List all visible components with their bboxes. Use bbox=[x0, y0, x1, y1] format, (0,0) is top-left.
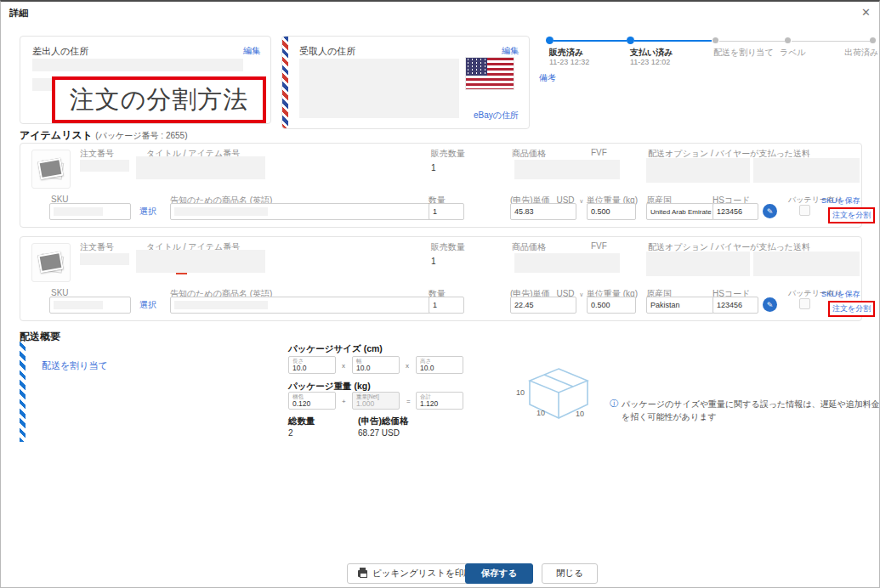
sku-input[interactable] bbox=[49, 203, 131, 220]
multiply-separator: x bbox=[406, 362, 409, 370]
package-size-label: パッケージサイズ (cm) bbox=[288, 343, 383, 355]
shipping-option-placeholder bbox=[646, 252, 750, 276]
stepper-line-done bbox=[554, 40, 627, 42]
pencil-icon: ✎ bbox=[767, 207, 774, 216]
packing-weight-input[interactable]: 梱包 0.120 bbox=[288, 392, 336, 410]
shipping-summary-title: 配送概要 bbox=[20, 330, 60, 344]
net-weight-input: 重量[Net] 1.000 bbox=[352, 392, 400, 410]
order-number-placeholder bbox=[80, 253, 129, 265]
step-label-paid: 支払い済み bbox=[630, 47, 673, 59]
sku-input[interactable] bbox=[49, 297, 131, 314]
pencil-icon: ✎ bbox=[767, 301, 774, 309]
total-price-value: 68.27 USD bbox=[358, 428, 400, 438]
package-weight-label: パッケージ重量 (kg) bbox=[288, 381, 371, 393]
shipping-option-placeholder bbox=[753, 158, 860, 183]
unit-price-input[interactable]: 45.83 bbox=[510, 203, 576, 220]
hs-code-input[interactable]: 123456 bbox=[713, 297, 758, 314]
split-order-overlay-text: 注文の分割方法 bbox=[70, 83, 249, 117]
assign-shipping-link[interactable]: 配送を割り当て bbox=[42, 359, 108, 372]
price-fvf-placeholder bbox=[514, 160, 620, 179]
step-label-assign-shipping: 配送を割り当て bbox=[713, 47, 774, 59]
customs-name-input[interactable] bbox=[170, 297, 452, 314]
save-button[interactable]: 保存する bbox=[465, 563, 533, 584]
split-order-overlay: 注文の分割方法 bbox=[52, 76, 266, 123]
edit-pencil-button[interactable]: ✎ bbox=[763, 297, 777, 312]
select-link[interactable]: 選択 bbox=[139, 206, 156, 218]
sold-quantity-label: 販売数量 bbox=[431, 241, 465, 253]
step-dot-shipped bbox=[870, 37, 876, 43]
item-price-label: 商品価格 bbox=[512, 148, 546, 160]
order-number-label: 注文番号 bbox=[80, 241, 114, 253]
package-height-input[interactable]: 高さ 10.0 bbox=[416, 356, 463, 374]
airmail-stripe-decoration bbox=[282, 37, 288, 128]
chevron-down-icon[interactable]: ∨ bbox=[579, 198, 583, 204]
origin-country-input[interactable]: United Arab Emirate bbox=[646, 203, 714, 220]
sold-quantity-value: 1 bbox=[431, 163, 436, 172]
item-list-title: アイテムリスト (パッケージ番号 : 2655) bbox=[20, 128, 188, 143]
step-label-label: ラベル bbox=[780, 47, 806, 59]
quantity-input[interactable]: 1 bbox=[429, 203, 464, 220]
unit-weight-input[interactable]: 0.500 bbox=[587, 297, 636, 314]
package-width-input[interactable]: 幅 10.0 bbox=[352, 356, 400, 374]
stepper-line-todo bbox=[792, 41, 870, 42]
close-icon[interactable]: ✕ bbox=[861, 6, 871, 19]
price-fvf-placeholder bbox=[514, 253, 620, 273]
sender-edit-link[interactable]: 編集 bbox=[243, 45, 260, 57]
size-weight-warning-note: ⓘ パッケージのサイズや重量に関する誤った情報は、遅延や追加料金を招く可能性があ… bbox=[610, 398, 880, 423]
item-card: 注文番号 タイトル / アイテム番号 販売数量 1 商品価格 FVF 配送オプシ… bbox=[20, 236, 862, 321]
total-quantity-label: 総数量 bbox=[288, 416, 315, 427]
unit-weight-input[interactable]: 0.500 bbox=[587, 203, 636, 220]
package-number: (パッケージ番号 : 2655) bbox=[95, 131, 187, 140]
shipping-option-placeholder bbox=[646, 158, 750, 183]
info-icon: ⓘ bbox=[610, 398, 618, 423]
recipient-address-card: 受取人の住所 編集 eBayの住所 bbox=[281, 36, 530, 129]
step-dot-sold bbox=[546, 37, 554, 44]
plus-separator: + bbox=[342, 398, 346, 405]
step-dot-label bbox=[785, 37, 791, 43]
sold-quantity-label: 販売数量 bbox=[431, 148, 465, 160]
unit-price-input[interactable]: 22.45 bbox=[510, 297, 576, 314]
fvf-label: FVF bbox=[591, 241, 607, 251]
us-flag-icon bbox=[465, 57, 514, 90]
remarks-link[interactable]: 備考 bbox=[539, 72, 556, 84]
stepper-line-done bbox=[634, 40, 712, 42]
package-length-input[interactable]: 長さ 10.0 bbox=[288, 356, 336, 374]
edit-pencil-button[interactable]: ✎ bbox=[763, 204, 777, 218]
box-dim-depth: 10 bbox=[576, 410, 584, 418]
total-price-label: (申告)総価格 bbox=[358, 416, 409, 427]
select-link[interactable]: 選択 bbox=[139, 299, 156, 311]
print-picking-list-button[interactable]: ピッキングリストを印刷 bbox=[347, 563, 484, 584]
stepper-line-todo bbox=[719, 41, 785, 42]
shipping-option-placeholder bbox=[753, 252, 860, 276]
item-thumbnail[interactable] bbox=[31, 243, 71, 282]
item-card: 注文番号 タイトル / アイテム番号 販売数量 1 商品価格 FVF 配送オプシ… bbox=[20, 143, 862, 228]
step-dot-assign-shipping bbox=[713, 37, 718, 43]
sender-address-title: 差出人の住所 bbox=[32, 45, 88, 58]
split-order-link[interactable]: 注文を分割 bbox=[828, 207, 875, 223]
origin-country-input[interactable]: Pakistan bbox=[646, 297, 714, 314]
box-dim-height: 10 bbox=[516, 388, 525, 397]
note-text: パッケージのサイズや重量に関する誤った情報は、遅延や追加料金を招く可能性がありま… bbox=[622, 398, 880, 423]
close-button[interactable]: 閉じる bbox=[542, 563, 598, 584]
fvf-label: FVF bbox=[591, 148, 607, 157]
total-weight-input[interactable]: 合計 1.120 bbox=[416, 392, 463, 410]
recipient-address-placeholder bbox=[299, 59, 459, 118]
multiply-separator: x bbox=[342, 362, 345, 370]
save-sku-link[interactable]: SKUを保存 bbox=[821, 289, 860, 300]
order-detail-modal: 詳細 ✕ 差出人の住所 編集 注文の分割方法 受取人の住所 編集 eBayの住所… bbox=[0, 0, 880, 588]
item-thumbnail[interactable] bbox=[31, 150, 71, 189]
chevron-down-icon[interactable]: ∨ bbox=[579, 291, 583, 297]
customs-name-input[interactable] bbox=[170, 203, 452, 220]
page-title: 詳細 bbox=[9, 7, 28, 20]
item-price-label: 商品価格 bbox=[512, 241, 546, 253]
battery-checkbox[interactable] bbox=[799, 205, 810, 216]
box-dim-width: 10 bbox=[537, 409, 545, 417]
split-order-link[interactable]: 注文を分割 bbox=[828, 301, 875, 317]
hs-code-input[interactable]: 123456 bbox=[713, 203, 758, 220]
step-dot-paid bbox=[627, 37, 634, 44]
battery-checkbox[interactable] bbox=[799, 298, 810, 309]
ebay-address-link[interactable]: eBayの住所 bbox=[474, 110, 519, 122]
quantity-input[interactable]: 1 bbox=[429, 297, 464, 314]
save-sku-link[interactable]: SKUを保存 bbox=[821, 195, 860, 206]
recipient-edit-link[interactable]: 編集 bbox=[502, 45, 519, 57]
